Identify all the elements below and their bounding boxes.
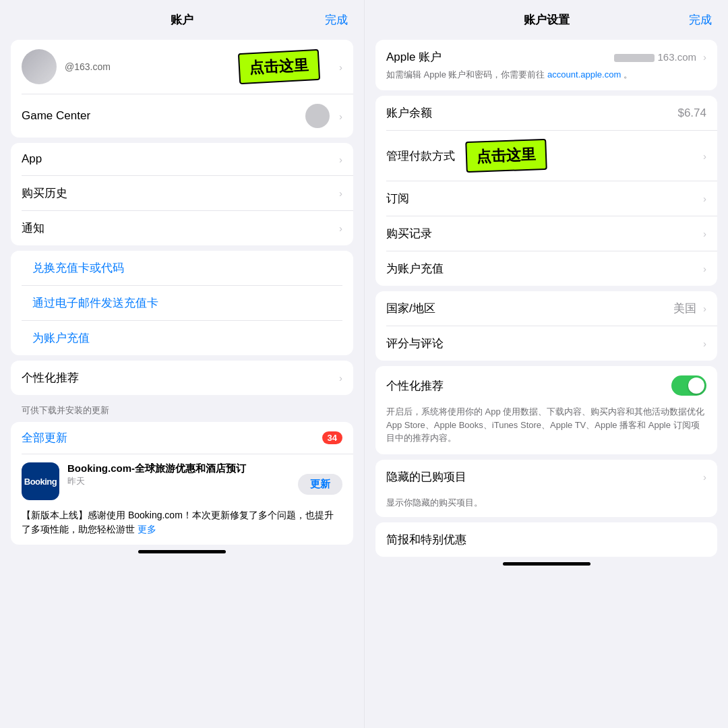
- game-center-label: Game Center: [22, 109, 305, 123]
- account-card: @163.com 点击这里 › Game Center ›: [11, 40, 353, 138]
- update-header: 全部更新 34: [11, 422, 353, 454]
- financial-section: 账户余额 $6.74 管理付款方式 点击这里 › 订阅 › 购买记录 › 为账户…: [375, 96, 717, 286]
- click-here-badge-left: 点击这里: [238, 49, 320, 84]
- menu-label-app: App: [22, 152, 335, 166]
- right-nav-action[interactable]: 完成: [689, 12, 712, 28]
- newsletter-row[interactable]: 简报和特别优惠: [375, 522, 717, 557]
- country-row[interactable]: 国家/地区 美国 ›: [375, 291, 717, 326]
- manage-payment-chevron: ›: [703, 150, 706, 162]
- left-panel: 账户 完成 @163.com 点击这里 › Game Center › App …: [0, 0, 364, 728]
- booking-app-name: Booking.com-全球旅游优惠和酒店预订: [67, 462, 298, 475]
- redeem-label: 兑换充值卡或代码: [32, 260, 332, 276]
- apple-account-email: 163.com: [614, 51, 696, 63]
- update-all-button[interactable]: 全部更新: [22, 430, 322, 446]
- email-giftcard-link[interactable]: 通过电子邮件发送充值卡: [22, 286, 342, 321]
- personalized-section: 个性化推荐 ›: [11, 361, 353, 395]
- left-nav-title: 账户: [171, 12, 193, 28]
- newsletter-section: 简报和特别优惠: [375, 522, 717, 557]
- apple-account-row[interactable]: Apple 账户 163.com › 如需编辑 Apple 账户和密码，你需要前…: [375, 40, 717, 90]
- balance-label: 账户余额: [386, 105, 432, 121]
- purchase-record-row[interactable]: 购买记录 ›: [375, 216, 717, 251]
- menu-label-notification: 通知: [22, 220, 335, 236]
- apple-account-section: Apple 账户 163.com › 如需编辑 Apple 账户和密码，你需要前…: [375, 40, 717, 90]
- chevron-personalized: ›: [339, 372, 342, 384]
- menu-section: App › 购买历史 › 通知 ›: [11, 143, 353, 245]
- personalized-label: 个性化推荐: [22, 370, 335, 386]
- purchase-record-chevron: ›: [703, 228, 706, 239]
- apple-account-label: Apple 账户: [386, 49, 442, 65]
- menu-label-purchase-history: 购买历史: [22, 185, 335, 201]
- rating-row[interactable]: 评分与评论 ›: [375, 326, 717, 361]
- apple-account-link[interactable]: account.apple.com: [547, 69, 621, 80]
- toggle-knob: [688, 377, 704, 394]
- menu-row-app[interactable]: App ›: [11, 143, 353, 175]
- booking-update-row: Booking Booking.com-全球旅游优惠和酒店预订 昨天 更新: [11, 454, 353, 508]
- game-center-chevron: ›: [339, 111, 342, 122]
- hidden-purchases-chevron: ›: [703, 471, 706, 483]
- manage-payment-label: 管理付款方式: [386, 148, 455, 164]
- left-nav: 账户 完成: [0, 0, 364, 34]
- chevron-right-icon: ›: [339, 61, 342, 73]
- click-here-badge-right: 点击这里: [465, 139, 547, 173]
- chevron-notification: ›: [339, 222, 342, 234]
- personalized-row[interactable]: 个性化推荐 ›: [11, 361, 353, 395]
- chevron-history: ›: [339, 187, 342, 199]
- hidden-purchases-label: 隐藏的已购项目: [386, 469, 699, 485]
- updates-section: 全部更新 34 Booking Booking.com-全球旅游优惠和酒店预订 …: [11, 422, 353, 545]
- balance-value: $6.74: [677, 107, 706, 120]
- topup-chevron: ›: [703, 263, 706, 274]
- chevron-app: ›: [339, 154, 342, 165]
- home-indicator-right: [503, 562, 590, 566]
- game-center-row[interactable]: Game Center ›: [11, 94, 353, 138]
- newsletter-label: 简报和特别优惠: [386, 532, 706, 547]
- apple-account-chevron: ›: [703, 51, 706, 63]
- more-link[interactable]: 更多: [135, 524, 156, 535]
- personal-rec-desc: 开启后，系统将使用你的 App 使用数据、下载内容、购买内容和其他活动数据优化 …: [375, 405, 717, 454]
- topup-row[interactable]: 为账户充值 ›: [375, 251, 717, 286]
- game-center-avatar: [305, 104, 330, 128]
- personalized-toggle[interactable]: [671, 375, 706, 396]
- personal-rec-label: 个性化推荐: [386, 378, 444, 394]
- manage-payment-row[interactable]: 管理付款方式 点击这里 ›: [375, 131, 717, 181]
- update-badge-count: 34: [322, 431, 342, 444]
- booking-update-button[interactable]: 更新: [298, 474, 342, 495]
- rating-chevron: ›: [703, 338, 706, 349]
- country-label: 国家/地区: [386, 301, 435, 316]
- booking-app-info: Booking.com-全球旅游优惠和酒店预订 昨天: [67, 462, 298, 487]
- booking-app-date: 昨天: [67, 475, 298, 487]
- avatar: [22, 49, 57, 84]
- apple-account-title-row: Apple 账户 163.com ›: [386, 49, 706, 65]
- subscription-label: 订阅: [386, 191, 699, 206]
- subscription-chevron: ›: [703, 193, 706, 204]
- topup-link[interactable]: 为账户充值: [22, 321, 342, 355]
- rating-label: 评分与评论: [386, 336, 699, 351]
- country-chevron: ›: [703, 303, 706, 314]
- left-nav-action[interactable]: 完成: [325, 12, 348, 28]
- purchase-record-label: 购买记录: [386, 226, 699, 241]
- personal-rec-row: 个性化推荐: [375, 366, 717, 405]
- booking-update-desc: 【新版本上线】感谢使用 Booking.com！本次更新修复了多个问题，也提升了…: [11, 508, 353, 545]
- right-nav-title: 账户设置: [524, 12, 570, 28]
- country-rating-section: 国家/地区 美国 › 评分与评论 ›: [375, 291, 717, 361]
- right-panel: 账户设置 完成 Apple 账户 163.com › 如需编辑 Apple 账户…: [364, 0, 728, 728]
- account-email: @163.com: [65, 61, 111, 72]
- links-section: 兑换充值卡或代码 通过电子邮件发送充值卡 为账户充值: [11, 251, 353, 355]
- subscription-row[interactable]: 订阅 ›: [375, 181, 717, 216]
- menu-row-notification[interactable]: 通知 ›: [11, 211, 353, 245]
- topup-label: 为账户充值: [32, 330, 332, 346]
- hidden-purchases-section: 隐藏的已购项目 › 显示你隐藏的购买项目。: [375, 460, 717, 517]
- home-indicator-left: [138, 550, 226, 553]
- country-value: 美国 ›: [673, 301, 706, 316]
- email-giftcard-label: 通过电子邮件发送充值卡: [32, 295, 332, 311]
- apple-account-sub: 如需编辑 Apple 账户和密码，你需要前往 account.apple.com…: [386, 69, 706, 81]
- booking-icon-label: Booking: [24, 477, 57, 487]
- personalized-rec-section: 个性化推荐 开启后，系统将使用你的 App 使用数据、下载内容、购买内容和其他活…: [375, 366, 717, 454]
- hidden-purchases-row[interactable]: 隐藏的已购项目 ›: [375, 460, 717, 494]
- menu-row-purchase-history[interactable]: 购买历史 ›: [11, 176, 353, 210]
- account-row[interactable]: @163.com 点击这里 ›: [11, 40, 353, 94]
- updates-section-label: 可供下载并安装的更新: [22, 404, 342, 417]
- booking-app-icon: Booking: [22, 462, 59, 500]
- topup-label-right: 为账户充值: [386, 261, 699, 276]
- hidden-purchases-sub: 显示你隐藏的购买项目。: [375, 494, 717, 517]
- redeem-link[interactable]: 兑换充值卡或代码: [22, 251, 342, 286]
